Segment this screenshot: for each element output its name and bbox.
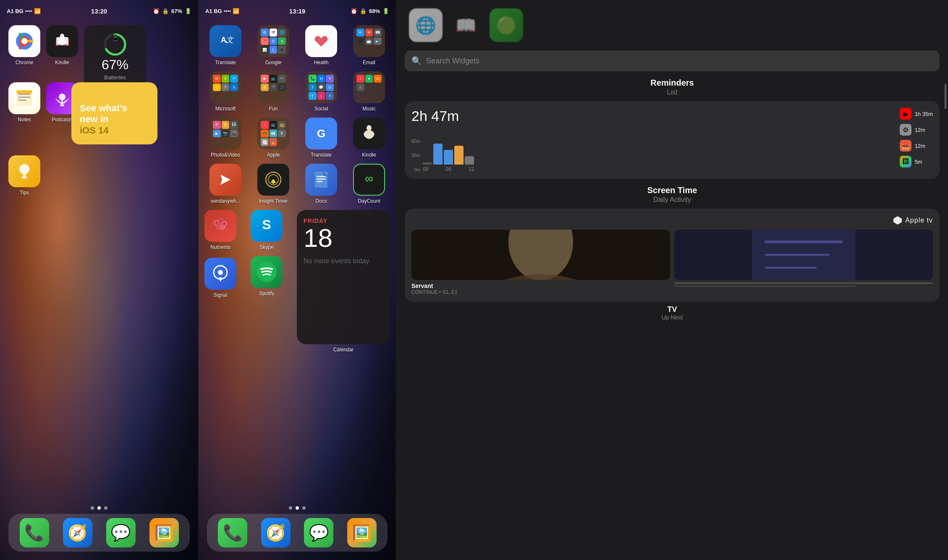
svg-point-19 [19,164,29,174]
dock-safari-1[interactable]: 🧭 [63,518,92,547]
apple-tv-icon [893,215,903,225]
bar-12 [465,156,474,165]
svg-point-42 [215,222,218,224]
screen-time-apps: ▶ 1h 35m ⚙ 12m 📤 12m 🖼 5m [900,108,933,167]
app-signal[interactable]: Signal [204,258,236,298]
battery-percentage: 67% [102,57,128,73]
status-bar-1: A1 BG ▪▪▪▪ 📶 13:20 ⏰ 🔒 67% 🔋 [0,0,198,18]
status-bar-2: A1 BG ▪▪▪▪ 📶 13:19 ⏰ 🔒 68% 🔋 [199,0,396,18]
top-blurred-icons: 🌐 📖 🟢 [396,0,948,50]
dock-messages-2[interactable]: 💬 [304,518,333,547]
app-docs[interactable]: Docs [300,164,342,204]
app-kindle-2[interactable]: Kindle [348,118,390,158]
battery-icon-2: 🔋 [382,8,389,14]
app-insight-timer[interactable]: Insight Timer [252,164,294,204]
calendar-widget: FRIDAY 18 No more events today Calendar [297,210,390,353]
app-translate[interactable]: A 文 Translate [204,25,246,65]
app-daycount[interactable]: ∞ DayCount [348,164,390,204]
settings-time: 12m [915,127,925,133]
clock-1: 13:20 [91,8,107,15]
app-health[interactable]: Health [300,25,342,65]
health-label: Health [314,60,329,65]
app-fun[interactable]: ▶ 📺 🎮 ⭐ 🎬 🎵 Fun [252,71,294,112]
servant-thumbnail [411,230,670,280]
screen-time-left: 2h 47m 60m 30m 0m [411,108,893,172]
app-google-folder[interactable]: G 🗺 🌐 📍 D S 📊 C G Google [252,25,294,65]
sendanywhere-icon-st: 📤 [900,140,911,152]
lock-2: 🔒 [360,8,367,14]
app-sendanywhere[interactable]: sendanywh... [204,164,246,204]
reminders-subtitle: List [405,89,940,96]
calendar-label: Calendar [297,347,390,353]
app-apple-folder[interactable]: ♪ 📺 📻 🎮 📰 🎙 📈 🏅 Apple [252,118,294,158]
app-social[interactable]: 📞 M V T 💬 G T I f Social [300,71,342,112]
dock-1: 📞 🧭 💬 🖼️ [8,514,190,552]
tv-widget[interactable]: Apple tv Servant CONTINUE • S1, E1 [405,209,940,302]
app-email-folder[interactable]: ✉ M 📧 G 📩 📬 Email [348,25,390,65]
dock-photos-1[interactable]: 🖼️ [149,518,179,547]
app-spotify[interactable]: Spotify [251,256,283,296]
app-photovideo[interactable]: P ⭐ 🎞 ▶ 📷 🎬 Photo&Video [204,118,246,158]
screen-time-widget[interactable]: 2h 47m 60m 30m 0m [405,101,940,179]
app-music-folder[interactable]: ♪ ● SC ♫ Music [348,71,390,112]
svg-rect-34 [317,178,326,180]
svg-rect-12 [18,94,31,95]
battery-2: 68% [369,8,380,14]
search-widgets-bar[interactable]: 🔍 Search Widgets [405,50,940,71]
music-label: Music [362,106,375,112]
email-label: Email [363,60,375,65]
reminders-title: Reminders [405,78,940,88]
y-label-60: 60m [411,139,420,144]
podcasts-label: Podcasts [52,117,72,123]
social-label: Social [314,106,328,112]
page-dots-2 [199,506,396,510]
app-translate-standalone[interactable]: G Translate [300,118,342,158]
tv-thumbnails: Servant CONTINUE • S1, E1 [411,230,933,295]
tips-label: Tips [20,190,29,196]
svg-point-41 [220,224,225,230]
app-tips[interactable]: Tips [8,155,40,196]
search-widgets-placeholder: Search Widgets [426,57,479,65]
servant-meta: CONTINUE • S1, E1 [411,289,670,295]
dock-safari-2[interactable]: 🧭 [261,518,291,547]
bar-09 [454,146,464,165]
status-left-1: A1 BG ▪▪▪▪ 📶 [7,8,41,14]
dot-2-2 [296,506,299,510]
settings-icon: ⚙ [900,124,911,136]
insight-timer-label: Insight Timer [259,198,288,204]
scroll-handle[interactable] [945,84,946,109]
app-microsoft[interactable]: W X P O T S Microsoft [204,71,246,112]
battery-icon-1: 🔋 [185,8,191,14]
app-chrome[interactable]: Chrome [8,25,40,65]
alarm-2: ⏰ [351,8,357,14]
chrome-label: Chrome [16,60,34,65]
app-notes[interactable]: Notes [8,82,40,123]
top-icon-chrome: 🌐 [409,8,443,42]
wifi-icon-1: 📶 [34,8,41,14]
dock-photos-2[interactable]: 🖼️ [347,518,377,547]
app-skype[interactable]: S Skype [251,210,283,250]
cal-date: 18 [304,224,383,251]
tv-brand: Apple tv [905,217,933,224]
photovideo-label: Photo&Video [211,152,240,158]
svg-point-48 [257,262,277,282]
svg-point-6 [60,34,64,39]
dock-messages-1[interactable]: 💬 [106,518,136,547]
chart-y-labels: 60m 30m 0m [411,139,420,172]
translate-standalone-label: Translate [311,152,332,158]
bar-00 [423,162,432,165]
tip-widget[interactable]: See what's new in iOS 14 [71,82,157,144]
phone-panel-2: A1 BG ▪▪▪▪ 📶 13:19 ⏰ 🔒 68% 🔋 A 文 Transla… [198,0,396,560]
app-kindle[interactable]: 📖 Chrome Kindle [46,25,78,65]
status-left-2: A1 BG ▪▪▪▪ 📶 [205,8,239,14]
st-photos-row: 🖼 5m [900,156,933,167]
dock-phone-2[interactable]: 📞 [218,518,247,547]
cal-no-events: No more events today [304,256,383,266]
battery-pct-1: 67% [171,8,182,14]
dot-3 [104,506,107,510]
nutrients-label: Nutrients [210,244,230,250]
spotify-label: Spotify [259,290,275,296]
tv-thumb2-line1 [674,283,933,284]
app-nutrients[interactable]: Nutrients [204,210,236,250]
dock-phone-1[interactable]: 📞 [20,518,49,547]
